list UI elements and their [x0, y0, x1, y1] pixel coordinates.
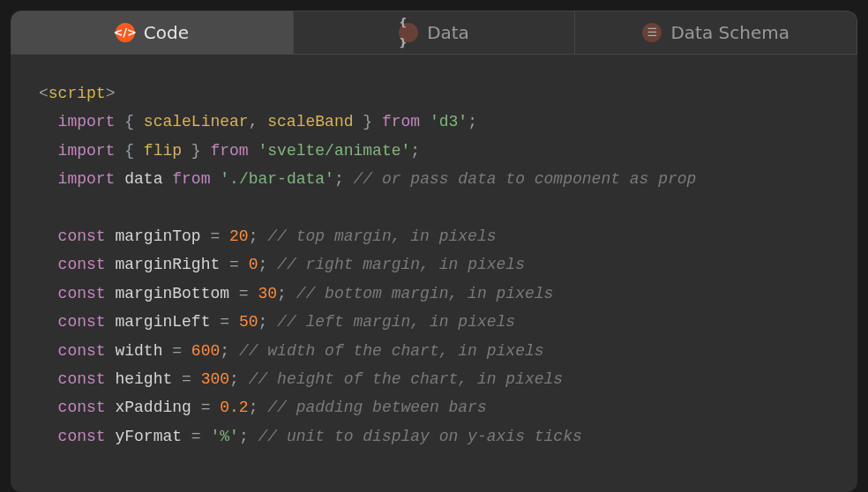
tab-bar: </> Code { } Data ☰ Data Schema [11, 11, 857, 55]
code-line: const width = 600; // width of the chart… [39, 337, 840, 365]
code-line: import data from './bar-data'; // or pas… [39, 165, 840, 193]
data-icon: { } [399, 23, 418, 42]
editor-panel: </> Code { } Data ☰ Data Schema <script>… [11, 11, 857, 492]
code-line: const xPadding = 0.2; // padding between… [39, 393, 840, 421]
tab-data-label: Data [427, 17, 469, 48]
code-line: const marginLeft = 50; // left margin, i… [39, 308, 840, 336]
tab-schema-label: Data Schema [670, 17, 789, 48]
code-line: const marginRight = 0; // right margin, … [39, 250, 840, 279]
tab-code-label: Code [144, 17, 189, 48]
code-line: import { scaleLinear, scaleBand } from '… [39, 108, 840, 136]
code-icon: </> [116, 23, 135, 42]
code-line: import { flip } from 'svelte/animate'; [39, 137, 840, 165]
code-line [39, 194, 840, 222]
tab-data[interactable]: { } Data [294, 11, 576, 55]
schema-icon: ☰ [642, 23, 662, 42]
code-line: const marginBottom = 30; // bottom margi… [39, 280, 840, 308]
code-line: const yFormat = '%'; // unit to display … [39, 422, 840, 451]
tab-code[interactable]: </> Code [11, 11, 294, 55]
code-line: const height = 300; // height of the cha… [39, 365, 840, 393]
code-line: const marginTop = 20; // top margin, in … [39, 222, 840, 250]
tab-data-schema[interactable]: ☰ Data Schema [575, 11, 857, 55]
code-editor[interactable]: <script> import { scaleLinear, scaleBand… [11, 55, 857, 492]
code-line: <script> [39, 79, 840, 108]
